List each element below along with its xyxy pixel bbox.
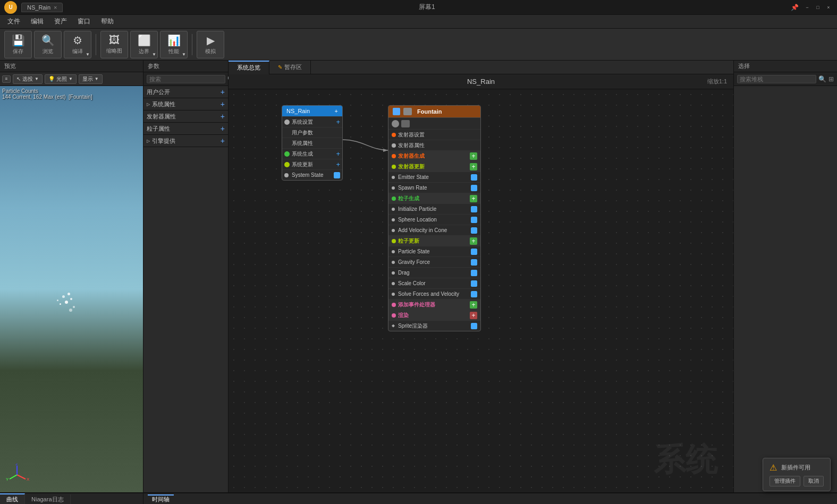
fountain-solve-forces-check[interactable] <box>471 291 477 297</box>
tab-system-overview[interactable]: 系统总览 <box>229 61 269 74</box>
fountain-emitter-update-section[interactable]: 发射器更新 + <box>388 161 480 172</box>
fountain-add-velocity-row[interactable]: Add Velocity in Cone <box>388 225 480 235</box>
fountain-particle-state-row[interactable]: Particle State <box>388 246 480 257</box>
fountain-particle-update-add[interactable]: + <box>470 237 477 245</box>
fountain-spawn-rate-check[interactable] <box>471 185 477 191</box>
menu-file[interactable]: 文件 <box>2 16 26 27</box>
params-engine-add-btn[interactable]: + <box>221 136 225 145</box>
select-mode-btn[interactable]: ↖ 选投 ▼ <box>13 74 43 84</box>
notification-cancel-button[interactable]: 取消 <box>804 476 824 486</box>
fountain-render-section[interactable]: 渲染 + <box>388 310 480 320</box>
fountain-particle-generate-add[interactable]: + <box>470 195 477 202</box>
params-user-public-add-btn[interactable]: + <box>221 88 225 96</box>
params-particle-attrs-header[interactable]: 粒子属性 + <box>143 123 228 134</box>
tab-cache[interactable]: 暂存区 <box>269 61 311 74</box>
close-button[interactable]: × <box>824 3 833 12</box>
fountain-sprite-renderer-row[interactable]: Sprite渲染器 <box>388 320 480 331</box>
fountain-particle-update-section[interactable]: 粒子更新 + <box>388 235 480 246</box>
fountain-emitter-settings-row[interactable]: 发射器设置 <box>388 129 480 140</box>
ns-rain-node-add-icon[interactable]: + <box>335 108 338 114</box>
browse-button[interactable]: 🔍 浏览 <box>34 31 62 58</box>
ns-rain-system-attrs-label: 系统属性 <box>284 140 313 147</box>
particle-stats: Particle Counts 144 Current, 162 Max (es… <box>2 88 92 100</box>
manage-plugins-button[interactable]: 管理插件 <box>770 476 800 486</box>
ns-rain-user-params-row[interactable]: 用户参数 <box>282 127 342 138</box>
params-system-attrs-add-btn[interactable]: + <box>221 100 225 108</box>
pin-button[interactable]: 📌 <box>791 4 799 11</box>
params-user-public-label: 用户公开 <box>147 88 170 96</box>
fountain-scale-color-row[interactable]: Scale Color <box>388 278 480 288</box>
document-tab[interactable]: NS_Rain × <box>21 3 63 12</box>
bottom-tab-log[interactable]: Niagara日志 <box>25 494 71 504</box>
tab-close-icon[interactable]: × <box>54 4 57 11</box>
fountain-particle-generate-section[interactable]: 粒子生成 + <box>388 193 480 203</box>
fountain-particle-state-check[interactable] <box>471 249 477 255</box>
selection-panel: 选择 🔍 ⊞ <box>733 61 837 492</box>
timeline-tab[interactable]: 时间轴 <box>148 494 174 503</box>
thumbnail-icon: 🖼 <box>109 34 120 46</box>
preview-viewport[interactable]: Particle Counts 144 Current, 162 Max (es… <box>0 86 143 492</box>
thumbnail-button[interactable]: 🖼 缩略图 <box>100 31 128 58</box>
fountain-drag-row[interactable]: Drag <box>388 267 480 278</box>
fountain-sphere-location-row[interactable]: Sphere Location <box>388 214 480 225</box>
params-emitter-attrs-header[interactable]: 发射器属性 + <box>143 110 228 122</box>
fountain-gravity-check[interactable] <box>471 259 477 266</box>
menu-window[interactable]: 窗口 <box>72 16 96 27</box>
fountain-sprite-renderer-check[interactable] <box>471 323 477 329</box>
fountain-emitter-state-check[interactable] <box>471 174 477 181</box>
graph-canvas[interactable]: NS_Rain + 系统设置 + 用户参数 系统属性 系统生成 + <box>229 89 733 492</box>
menu-edit[interactable]: 编辑 <box>26 16 49 27</box>
window-controls: − □ × <box>803 3 833 12</box>
menu-assets[interactable]: 资产 <box>49 16 72 27</box>
params-user-public-header[interactable]: 用户公开 + <box>143 86 228 98</box>
fountain-spawn-rate-row[interactable]: Spawn Rate <box>388 182 480 193</box>
ns-rain-system-generate-add[interactable]: + <box>336 150 340 158</box>
fountain-gravity-row[interactable]: Gravity Force <box>388 257 480 267</box>
preview-menu-btn[interactable]: ≡ <box>2 75 11 83</box>
fountain-render-add[interactable]: + <box>470 312 477 319</box>
fountain-drag-check[interactable] <box>471 270 477 276</box>
fountain-emitter-generate-section[interactable]: 发射器生成 + <box>388 150 480 161</box>
boundary-label: 边界 <box>139 48 149 55</box>
ns-rain-system-state-checkbox[interactable] <box>334 172 340 178</box>
compile-button[interactable]: ⚙ 编译 ▼ <box>64 31 91 58</box>
fountain-event-handler-section[interactable]: 添加事件处理器 + <box>388 299 480 310</box>
boundary-button[interactable]: ⬜ 边界 ▼ <box>130 31 158 58</box>
params-system-attrs-header[interactable]: ▷ 系统属性 + <box>143 98 228 110</box>
performance-button[interactable]: 📊 性能 ▼ <box>160 31 188 58</box>
ns-rain-system-settings-add[interactable]: + <box>336 118 340 126</box>
fountain-emitter-state-row[interactable]: Emitter State <box>388 172 480 182</box>
ns-rain-system-settings-row[interactable]: 系统设置 + <box>282 116 342 127</box>
save-button[interactable]: 💾 保存 <box>4 31 32 58</box>
fountain-add-velocity-check[interactable] <box>471 227 477 234</box>
fountain-solve-forces-row[interactable]: Solve Forces and Velocity <box>388 288 480 299</box>
fountain-sphere-location-check[interactable] <box>471 217 477 223</box>
light-mode-btn[interactable]: 💡 光照 ▼ <box>45 74 77 84</box>
display-mode-btn[interactable]: 显示 ▼ <box>79 74 103 84</box>
params-particle-attrs-add-btn[interactable]: + <box>221 124 225 133</box>
fountain-emitter-attrs-row[interactable]: 发射器属性 <box>388 140 480 150</box>
simulate-button[interactable]: ▶ 模拟 <box>197 31 224 58</box>
params-emitter-attrs-add-btn[interactable]: + <box>221 112 225 121</box>
maximize-button[interactable]: □ <box>814 3 822 12</box>
preview-background <box>0 86 143 492</box>
params-search-input[interactable] <box>147 75 225 83</box>
selection-view-icon[interactable]: ⊞ <box>828 75 834 83</box>
ns-rain-system-generate-row[interactable]: 系统生成 + <box>282 148 342 159</box>
fountain-emitter-generate-add[interactable]: + <box>470 152 477 160</box>
ns-rain-system-update-row[interactable]: 系统更新 + <box>282 159 342 169</box>
fountain-init-particle-check[interactable] <box>471 206 477 212</box>
params-emitter-attrs-section: 发射器属性 + <box>143 110 228 123</box>
fountain-init-particle-row[interactable]: Initialize Particle <box>388 203 480 214</box>
fountain-emitter-update-add[interactable]: + <box>470 163 477 170</box>
fountain-scale-color-check[interactable] <box>471 280 477 287</box>
ns-rain-system-update-add[interactable]: + <box>336 160 340 168</box>
minimize-button[interactable]: − <box>803 3 811 12</box>
menu-help[interactable]: 帮助 <box>96 16 119 27</box>
params-engine-header[interactable]: ▷ 引擎提供 + <box>143 135 228 147</box>
ns-rain-system-attrs-row[interactable]: 系统属性 <box>282 138 342 148</box>
selection-search-input[interactable] <box>737 75 816 83</box>
bottom-tab-curve[interactable]: 曲线 <box>0 493 25 504</box>
fountain-event-handler-add[interactable]: + <box>470 301 477 309</box>
ns-rain-system-state-row[interactable]: System State <box>282 169 342 180</box>
